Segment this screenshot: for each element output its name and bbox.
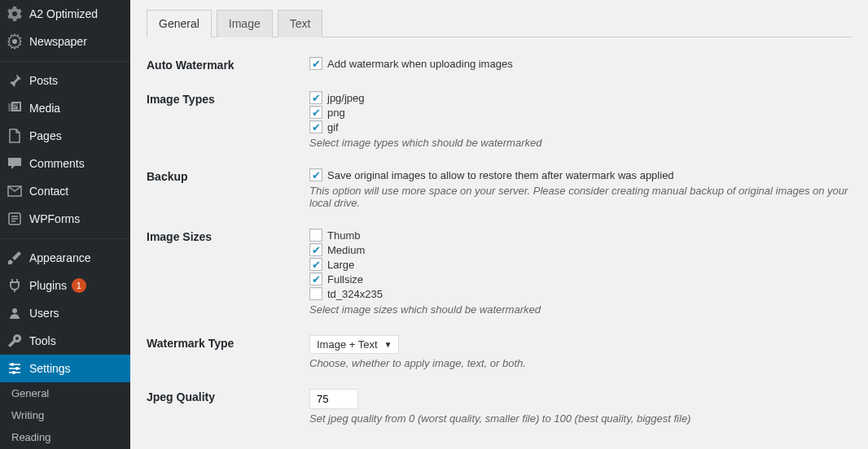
sidebar-item-settings[interactable]: Settings (0, 355, 130, 382)
sidebar-sub-writing[interactable]: Writing (0, 404, 130, 426)
sidebar-label: Appearance (29, 251, 91, 264)
checkbox-label: td_324x235 (327, 288, 383, 300)
settings-tabs: GeneralImageText (147, 10, 852, 37)
svg-point-5 (15, 367, 19, 370)
sidebar-label: Tools (29, 334, 56, 347)
image-type-gif[interactable]: gif (309, 120, 852, 133)
svg-point-6 (12, 371, 15, 374)
sidebar-item-tools[interactable]: Tools (0, 327, 130, 355)
label-image-sizes: Image Sizes (147, 229, 309, 316)
tab-general[interactable]: General (147, 10, 212, 37)
label-jpeg-quality: Jpeg Quality (147, 389, 309, 425)
label-image-types: Image Types (147, 91, 309, 149)
auto-watermark-option[interactable]: Add watermark when uploading images (309, 57, 852, 70)
sidebar-label: Plugins (29, 279, 67, 292)
select-value: Image + Text (317, 338, 378, 351)
watermark-type-desc: Choose, whether to apply image, text, or… (309, 357, 852, 369)
sliders-icon (7, 360, 23, 377)
checkbox-icon[interactable] (309, 287, 322, 300)
checkbox-label: Large (327, 259, 354, 271)
checkbox-label: jpg/jpeg (327, 92, 365, 104)
image-sizes-desc: Select image sizes which should be water… (309, 303, 852, 316)
envelope-icon (7, 183, 23, 199)
sidebar-item-users[interactable]: Users (0, 299, 130, 327)
sidebar-label: Posts (29, 74, 58, 87)
label-backup: Backup (147, 168, 309, 209)
image-size-thumb[interactable]: Thumb (309, 229, 852, 242)
brush-icon (7, 250, 23, 266)
svg-point-1 (14, 105, 15, 107)
sidebar-item-newspaper[interactable]: Newspaper (0, 28, 130, 55)
sidebar-sub-reading[interactable]: Reading (0, 426, 130, 448)
checkbox-label: Thumb (327, 229, 360, 242)
sidebar-label: Settings (29, 362, 71, 375)
checkbox-label: png (327, 107, 345, 119)
sidebar-label: A2 Optimized (29, 7, 98, 20)
checkbox-icon[interactable] (309, 120, 322, 133)
caret-down-icon: ▼ (384, 340, 392, 349)
gear-icon (7, 6, 23, 22)
image-size-fullsize[interactable]: Fullsize (309, 272, 852, 286)
checkbox-icon[interactable] (309, 106, 322, 119)
sidebar-item-appearance[interactable]: Appearance (0, 244, 130, 272)
checkbox-label: Fullsize (327, 273, 363, 286)
sidebar-label: Users (29, 307, 59, 320)
comments-icon (7, 155, 23, 172)
sidebar-item-pages[interactable]: Pages (0, 122, 130, 150)
checkbox-icon[interactable] (309, 243, 322, 256)
checkbox-icon[interactable] (309, 91, 322, 104)
sidebar-label: Comments (29, 157, 85, 170)
row-image-types: Image Types jpg/jpegpnggifSelect image t… (147, 91, 852, 149)
image-type-jpg-jpeg[interactable]: jpg/jpeg (309, 91, 852, 104)
row-jpeg-quality: Jpeg Quality Set jpeg quality from 0 (wo… (147, 389, 852, 425)
row-watermark-type: Watermark Type Image + Text ▼ Choose, wh… (147, 335, 852, 369)
sidebar-item-wpforms[interactable]: WPForms (0, 205, 130, 233)
plug-icon (7, 277, 23, 294)
watermark-type-select[interactable]: Image + Text ▼ (309, 335, 399, 354)
media-icon (7, 100, 23, 116)
checkbox-label: Save original images to allow to restore… (327, 169, 674, 181)
sidebar-item-plugins[interactable]: Plugins1 (0, 272, 130, 299)
label-auto-watermark: Auto Watermark (147, 57, 309, 72)
image-types-desc: Select image types which should be water… (309, 137, 852, 149)
sidebar-label: Media (29, 102, 60, 115)
sidebar-item-media[interactable]: Media (0, 94, 130, 122)
jpeg-quality-input[interactable] (309, 389, 358, 409)
sidebar-label: Contact (29, 185, 68, 198)
svg-point-0 (12, 39, 17, 44)
sidebar-item-contact[interactable]: Contact (0, 177, 130, 205)
image-size-td_324x235[interactable]: td_324x235 (309, 287, 852, 300)
sidebar-item-comments[interactable]: Comments (0, 150, 130, 177)
admin-sidebar: A2 OptimizedNewspaperPostsMediaPagesComm… (0, 0, 130, 449)
users-icon (7, 305, 23, 321)
backup-option[interactable]: Save original images to allow to restore… (309, 168, 852, 181)
sidebar-item-posts[interactable]: Posts (0, 67, 130, 94)
forms-icon (7, 211, 23, 227)
checkbox-label: Add watermark when uploading images (327, 58, 513, 70)
checkbox-icon[interactable] (309, 57, 322, 70)
jpeg-quality-desc: Set jpeg quality from 0 (worst quality, … (309, 412, 852, 425)
sidebar-item-a2-optimized[interactable]: A2 Optimized (0, 0, 130, 28)
checkbox-icon[interactable] (309, 229, 322, 242)
svg-point-4 (11, 363, 14, 366)
sidebar-label: Newspaper (29, 35, 87, 48)
checkbox-icon[interactable] (309, 272, 322, 286)
update-badge: 1 (72, 278, 86, 293)
sidebar-label: WPForms (29, 212, 80, 225)
sidebar-label: Pages (29, 129, 62, 142)
gear-solid-icon (7, 33, 23, 50)
image-type-png[interactable]: png (309, 106, 852, 119)
row-auto-watermark: Auto Watermark Add watermark when upload… (147, 57, 852, 72)
label-watermark-type: Watermark Type (147, 335, 309, 369)
page-icon (7, 128, 23, 144)
main-content: GeneralImageText Auto Watermark Add wate… (130, 10, 868, 441)
checkbox-icon[interactable] (309, 258, 322, 271)
tab-image[interactable]: Image (217, 10, 273, 37)
checkbox-icon[interactable] (309, 168, 322, 181)
tab-text[interactable]: Text (278, 10, 323, 37)
image-size-medium[interactable]: Medium (309, 243, 852, 256)
pin-icon (7, 72, 23, 89)
sidebar-sub-general[interactable]: General (0, 382, 130, 404)
row-image-sizes: Image Sizes ThumbMediumLargeFullsizetd_3… (147, 229, 852, 316)
image-size-large[interactable]: Large (309, 258, 852, 271)
